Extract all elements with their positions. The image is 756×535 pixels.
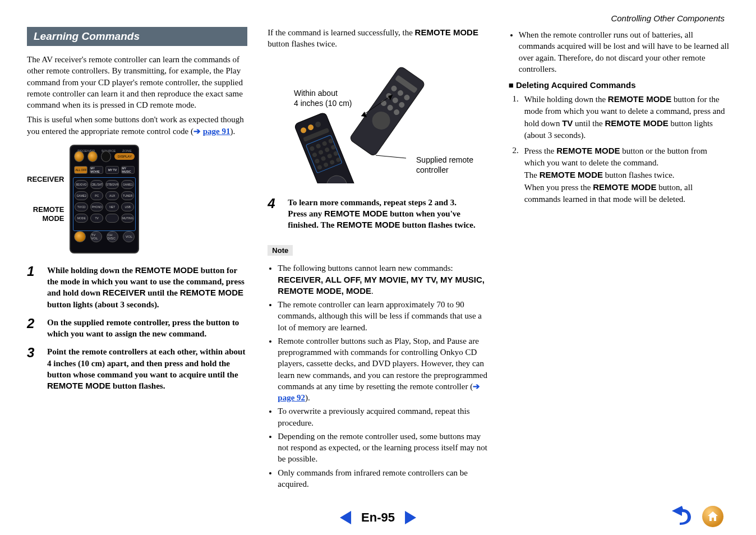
column-1: Learning Commands The AV receiver's remo… [27, 27, 247, 492]
tv-cd-button: TV/CD [75, 202, 88, 211]
my-music-button: MY MUSIC [121, 166, 135, 174]
game1-button: GAME1 [121, 180, 134, 189]
step-number: 3 [27, 346, 39, 391]
deleting-subheading: ■ Deleting Acquired Commands [509, 80, 729, 90]
note-list: The following buttons cannot learn new c… [268, 262, 488, 490]
vol-button: VOL [123, 231, 135, 242]
intro-paragraph-1: The AV receiver's remote controller can … [27, 54, 247, 110]
zone-button-icon [101, 151, 111, 162]
callout-remote-mode: REMOTE MODE [33, 205, 64, 223]
col2-top-paragraph: If the command is learned successfully, … [268, 27, 488, 50]
callout-receiver: RECEIVER [27, 175, 64, 184]
note-item: The following buttons cannot learn new c… [278, 262, 488, 297]
step-body: To learn more commands, repeat steps 2 a… [288, 197, 488, 231]
figure-caption: Supplied remote controller [416, 155, 473, 175]
note-item: Only commands from infrared remote contr… [278, 467, 488, 490]
nav-icons [669, 506, 725, 527]
column-3: When the remote controller runs out of b… [509, 27, 729, 492]
page-number: En-95 [361, 510, 395, 525]
my-movie-button: MY MOVIE [90, 166, 103, 174]
step-4: 4 To learn more commands, repeat steps 2… [268, 197, 488, 231]
display-button: DISPLAY [114, 153, 135, 160]
deleting-step-1: 1. While holding down the REMOTE MODE bu… [509, 93, 729, 141]
note-item: The remote controller can learn approxim… [278, 299, 488, 333]
step-number: 4 [268, 197, 280, 231]
my-tv-button: MY TV [105, 166, 119, 174]
back-icon[interactable] [669, 506, 692, 527]
receiver-button-icon [74, 151, 84, 162]
aux-button: AUX [105, 191, 119, 200]
breadcrumb: Controlling Other Components [611, 13, 725, 23]
step-2: 2 On the supplied remote controller, pre… [27, 317, 247, 340]
intro-text-b: is pressed in CD remote mode. [93, 100, 196, 109]
prev-page-icon[interactable] [340, 511, 351, 524]
step-3: 3 Point the remote controllers at each o… [27, 346, 247, 391]
arrow-icon: ➔ [193, 127, 201, 136]
remotes-facing-figure: Within about 4 inches (10 cm) Supplied r… [288, 60, 468, 183]
svg-rect-0 [349, 66, 426, 157]
remote-controller-image: RECEIVER SOURCE ZONE DISPLAY ALL OFF MY … [71, 146, 138, 252]
source-button-icon [87, 151, 98, 162]
square-bullet-icon: ■ [509, 80, 514, 90]
page-link-91[interactable]: page 91 [203, 127, 231, 136]
pc-button: PC [90, 191, 104, 200]
note-item: To overwrite a previously acquired comma… [278, 405, 488, 428]
svg-rect-12 [294, 112, 365, 183]
mode-button: MODE [75, 214, 88, 223]
blank-button [105, 214, 119, 223]
figure-within-label: Within about 4 inches (10 cm) [294, 88, 352, 108]
tv-button: TV [90, 214, 104, 223]
next-page-icon[interactable] [405, 511, 416, 524]
deleting-step-2: 2. Press the REMOTE MODE button or the b… [509, 145, 729, 205]
column-2: If the command is learned successfully, … [268, 27, 488, 492]
remote-diagram: RECEIVER REMOTE MODE RECEIVER SOURCE ZON… [27, 146, 247, 252]
all-off-button: ALL OFF [74, 166, 87, 174]
home-icon[interactable] [701, 506, 725, 527]
ch-disc-button: CH DISC [107, 231, 118, 242]
note-item: Remote controller buttons such as Play, … [278, 335, 488, 404]
intro-text-2end: ). [230, 127, 235, 136]
col3-top-bullet: When the remote controller runs out of b… [519, 29, 729, 75]
tv-vol-button: TV VOL [90, 231, 102, 242]
tuner-button: TUNER [121, 191, 135, 200]
stb-dvr-button: STB/DVR [105, 180, 119, 189]
step-body: While holding down the REMOTE MODE butto… [47, 265, 247, 310]
step-number: 1 [27, 265, 39, 310]
game2-button: GAME2 [75, 191, 88, 200]
muting-button: MUTING [121, 214, 135, 223]
steps-list: 1 While holding down the REMOTE MODE but… [27, 265, 247, 392]
power-button-icon [74, 231, 86, 242]
section-heading: Learning Commands [27, 27, 247, 46]
step-body: Point the remote controllers at each oth… [47, 346, 247, 391]
step-number: 2 [27, 317, 39, 340]
step-1: 1 While holding down the REMOTE MODE but… [27, 265, 247, 310]
step-body: On the supplied remote controller, press… [47, 317, 247, 340]
arrow-icon: ➔ [473, 382, 480, 391]
usb-button: USB [121, 202, 135, 211]
note-label: Note [268, 245, 293, 256]
pager: En-95 [340, 510, 416, 525]
phono-button: PHONO [90, 202, 104, 211]
bd-dvd-button: BD/DVD [75, 180, 87, 189]
page-link-92[interactable]: page 92 [278, 393, 305, 402]
deleting-steps: 1. While holding down the REMOTE MODE bu… [509, 93, 729, 205]
intro-paragraph-2: This is useful when some buttons don't w… [27, 114, 247, 137]
net-button: NET [105, 202, 119, 211]
remote-callout-labels: RECEIVER REMOTE MODE [27, 175, 64, 223]
note-item: Depending on the remote controller used,… [278, 431, 488, 465]
svg-line-36 [376, 155, 406, 158]
cbl-sat-button: CBL/SAT [90, 180, 103, 189]
col3-top-bullet-list: When the remote controller runs out of b… [509, 29, 729, 75]
